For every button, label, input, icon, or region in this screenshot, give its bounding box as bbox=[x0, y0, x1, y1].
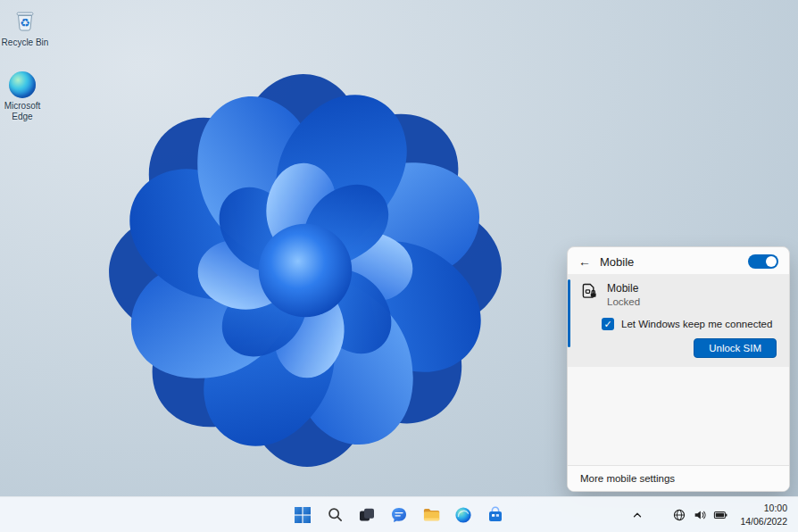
mobile-flyout: ← Mobile Mobile Locked bbox=[567, 246, 790, 492]
desktop: ♻ Recycle Bin Microsoft Edge ← Mobile bbox=[0, 0, 798, 532]
flyout-empty-area bbox=[568, 367, 789, 465]
svg-text:♻: ♻ bbox=[20, 16, 30, 29]
file-explorer-icon bbox=[422, 505, 441, 524]
chat-icon bbox=[390, 506, 408, 524]
search-icon bbox=[327, 506, 344, 523]
hidden-icons-button[interactable] bbox=[627, 504, 648, 526]
clock-time: 10:00 bbox=[764, 502, 787, 514]
clock-date: 14/06/2022 bbox=[740, 515, 787, 528]
wallpaper-bloom bbox=[95, 45, 516, 487]
recycle-bin-icon: ♻ bbox=[12, 6, 38, 35]
flyout-title: Mobile bbox=[600, 255, 634, 269]
checkbox-label: Let Windows keep me connected bbox=[621, 319, 772, 329]
desktop-icon-microsoft-edge[interactable]: Microsoft Edge bbox=[0, 71, 51, 122]
speaker-icon bbox=[693, 508, 707, 522]
taskbar-center bbox=[289, 497, 509, 532]
edge-icon bbox=[454, 506, 472, 524]
system-tray: 10:00 14/06/2022 bbox=[627, 497, 794, 532]
task-view-button[interactable] bbox=[353, 502, 380, 528]
battery-icon bbox=[713, 508, 728, 522]
chevron-up-icon bbox=[631, 509, 644, 521]
edge-icon bbox=[9, 71, 36, 98]
mobile-network-card: Mobile Locked ✓ Let Windows keep me conn… bbox=[568, 274, 789, 367]
chat-button[interactable] bbox=[386, 502, 412, 528]
store-button[interactable] bbox=[482, 502, 509, 528]
search-button[interactable] bbox=[321, 502, 348, 528]
mobile-toggle[interactable] bbox=[748, 254, 778, 269]
task-view-icon bbox=[358, 506, 376, 524]
back-icon[interactable]: ← bbox=[578, 255, 591, 268]
unlock-sim-button[interactable]: Unlock SIM bbox=[694, 338, 777, 358]
quick-settings-button[interactable] bbox=[666, 503, 735, 527]
network-name: Mobile bbox=[607, 282, 640, 295]
sim-texts: Mobile Locked bbox=[607, 282, 640, 307]
selection-indicator bbox=[568, 279, 570, 347]
store-icon bbox=[486, 506, 504, 524]
network-status: Locked bbox=[607, 296, 640, 307]
file-explorer-button[interactable] bbox=[418, 502, 445, 528]
taskbar: 10:00 14/06/2022 bbox=[0, 496, 798, 532]
more-mobile-settings-link[interactable]: More mobile settings bbox=[568, 465, 789, 491]
sim-lock-icon bbox=[580, 282, 598, 300]
desktop-icon-label: Recycle Bin bbox=[2, 37, 49, 48]
toggle-knob bbox=[766, 256, 777, 267]
check-glyph: ✓ bbox=[603, 320, 611, 329]
sim-row: Mobile Locked bbox=[580, 282, 777, 307]
desktop-icon-recycle-bin[interactable]: ♻ Recycle Bin bbox=[0, 6, 54, 48]
checkbox-checked-icon: ✓ bbox=[602, 318, 614, 330]
keep-connected-checkbox[interactable]: ✓ Let Windows keep me connected bbox=[602, 318, 777, 330]
windows-start-icon bbox=[294, 506, 312, 524]
button-row: Unlock SIM bbox=[580, 338, 777, 358]
network-globe-icon bbox=[672, 508, 686, 522]
flyout-header: ← Mobile bbox=[568, 247, 789, 274]
taskbar-clock[interactable]: 10:00 14/06/2022 bbox=[735, 499, 794, 529]
edge-button[interactable] bbox=[450, 502, 477, 528]
desktop-icon-label: Microsoft Edge bbox=[0, 101, 51, 122]
start-button[interactable] bbox=[289, 502, 316, 528]
